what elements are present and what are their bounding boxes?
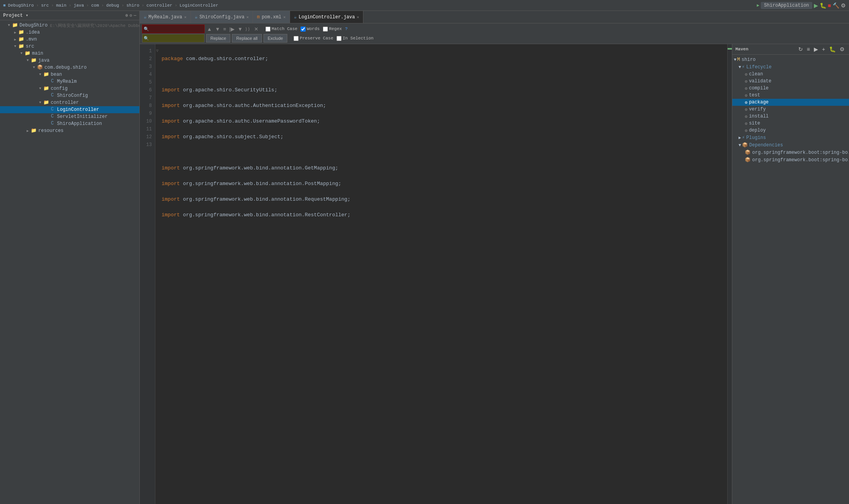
shiroapp-icon: C (49, 121, 55, 127)
settings-button[interactable]: ⚙ (841, 2, 846, 9)
preserve-case-option[interactable]: Preserve Case (294, 36, 333, 41)
clean-icon: ⚙ (745, 72, 748, 77)
tree-com[interactable]: ▼ 📦 com.debug.shiro (0, 64, 139, 71)
tree-idea[interactable]: ▶ 📁 .idea (0, 29, 139, 36)
maven-plugins[interactable]: ▶ ⚡ Plugins (732, 134, 849, 141)
maven-add-button[interactable]: + (821, 46, 826, 53)
tree-java[interactable]: ▼ 📁 java (0, 57, 139, 64)
tree-resources[interactable]: ▶ 📁 resources (0, 127, 139, 134)
maven-site[interactable]: ⚙ site (732, 120, 849, 127)
minus-icon[interactable]: — (133, 13, 136, 18)
top-bar-file: LoginController (180, 3, 218, 8)
maven-lifecycle[interactable]: ▼ ⚡ Lifecycle (732, 63, 849, 71)
maven-clean[interactable]: ⚙ clean (732, 71, 849, 78)
find-close-button[interactable]: ✕ (253, 25, 259, 33)
run-config-label[interactable]: ShiroApplication (761, 2, 812, 9)
test-icon: ⚙ (745, 93, 748, 98)
src-label: src (26, 44, 34, 49)
src-arrow: ▼ (12, 45, 18, 48)
maven-root[interactable]: ▼ M shiro (732, 56, 849, 63)
tree-shiroconfig[interactable]: ▶ C ShiroConfig (0, 92, 139, 99)
find-all-button[interactable]: ≡ (222, 25, 227, 33)
build-button[interactable]: 🔨 (833, 2, 839, 9)
idea-folder-icon: 📁 (18, 29, 24, 36)
tree-mvn[interactable]: ▶ 📁 .mvn (0, 36, 139, 43)
fold-marker-class[interactable]: ▽ (155, 47, 160, 55)
regex-checkbox[interactable] (323, 27, 328, 32)
maven-collapse-button[interactable]: ≡ (806, 46, 811, 53)
tab-shiroconfig[interactable]: ☕ ShiroConfig.java ✕ (191, 11, 253, 23)
in-selection-checkbox[interactable] (336, 36, 342, 41)
myrealm-tab-close[interactable]: ✕ (184, 15, 187, 20)
maven-dep-2[interactable]: 📦 org.springframework.boot:spring-bo... (732, 156, 849, 164)
login-tab-close[interactable]: ✕ (357, 15, 359, 20)
maven-settings-button[interactable]: ⚙ (838, 46, 846, 53)
tree-myrealm[interactable]: ▶ C MyRealm (0, 78, 139, 85)
tree-logincontroller[interactable]: ▶ C LoginController (0, 106, 139, 113)
maven-refresh-button[interactable]: ↻ (797, 46, 804, 53)
tree-shiroapplication[interactable]: ▶ C ShiroApplication (0, 120, 139, 127)
code-content[interactable]: package com.debug.shiro.controller; impo… (155, 44, 732, 504)
preserve-case-checkbox[interactable] (294, 36, 299, 41)
config-label: config (51, 86, 68, 91)
tree-config[interactable]: ▼ 📁 config (0, 85, 139, 92)
resources-arrow: ▶ (25, 129, 30, 133)
myrealm-tab-icon: ☕ (144, 14, 146, 20)
maven-test[interactable]: ⚙ test (732, 92, 849, 99)
replace-icon: 🔍 (144, 36, 149, 41)
maven-header-icons[interactable]: ↻ ≡ ▶ + 🐛 ⚙ (797, 46, 846, 53)
maven-install[interactable]: ⚙ install (732, 113, 849, 120)
maven-debug-button[interactable]: 🐛 (828, 46, 837, 53)
tab-logincontroller[interactable]: ☕ LoginController.java ✕ (290, 11, 363, 23)
pom-tab-close[interactable]: ✕ (283, 15, 286, 20)
site-label: site (749, 121, 760, 126)
find-filter-button[interactable]: ▼ (237, 25, 244, 33)
maven-verify[interactable]: ⚙ verify (732, 106, 849, 113)
top-bar-project: DebugShiro (8, 3, 34, 8)
shiroconfig-tab-close[interactable]: ✕ (246, 15, 249, 20)
replace-input[interactable] (142, 34, 205, 43)
regex-help[interactable]: ? (345, 27, 348, 31)
maven-dependencies[interactable]: ▼ 📦 Dependencies (732, 141, 849, 149)
run-button[interactable]: ▶ (814, 2, 818, 9)
tree-controller[interactable]: ▼ 📁 controller (0, 99, 139, 106)
tree-bean[interactable]: ▼ 📁 bean (0, 71, 139, 78)
maven-validate[interactable]: ⚙ validate (732, 78, 849, 85)
panel-header-icons[interactable]: ⊕ ⚙ — (125, 13, 136, 18)
tab-myrealm[interactable]: ☕ MyRealm.java ✕ (140, 11, 191, 23)
search-bar: 🔍 ▲ ▼ ≡ |▶ ▼ ⟩⟩ ✕ Match Case (140, 23, 849, 44)
gear-icon[interactable]: ⚙ (130, 13, 132, 18)
maven-compile[interactable]: ⚙ compile (732, 85, 849, 92)
maven-dep-1[interactable]: 📦 org.springframework.boot:spring-bo... (732, 149, 849, 156)
words-option[interactable]: Words (301, 27, 320, 32)
tab-pom[interactable]: m pom.xml ✕ (253, 11, 290, 23)
exclude-button[interactable]: Exclude (263, 34, 287, 43)
scope-icon[interactable]: ⊕ (125, 13, 128, 18)
match-case-checkbox[interactable] (265, 27, 271, 32)
replace-all-button[interactable]: Replace all (232, 34, 262, 43)
find-next-button[interactable]: ▼ (214, 25, 221, 33)
maven-package[interactable]: ⚙ package (732, 99, 849, 106)
replace-button[interactable]: Replace (206, 34, 230, 43)
debug-button[interactable]: 🐛 (820, 2, 826, 9)
fold-markers: ▽ (155, 47, 160, 55)
match-case-option[interactable]: Match Case (265, 27, 297, 32)
code-editor[interactable]: 1234 5678 910111213 package com.debug.sh… (140, 44, 732, 504)
login-label: LoginController (57, 107, 99, 112)
tree-servletinitializer[interactable]: ▶ C ServletInitializer (0, 113, 139, 120)
tree-main[interactable]: ▼ 📁 main (0, 50, 139, 57)
right-gutter (727, 44, 732, 504)
install-icon: ⚙ (745, 114, 748, 119)
find-input[interactable] (142, 25, 205, 33)
run-config-icon: ▶ (757, 3, 760, 8)
regex-option[interactable]: Regex (323, 27, 342, 32)
tree-root[interactable]: ▼ 📁 DebugShiro E:\网络安全\漏洞研究\2020\Apache … (0, 22, 139, 29)
in-selection-option[interactable]: In Selection (336, 36, 374, 41)
maven-run-button[interactable]: ▶ (813, 46, 819, 53)
maven-deploy[interactable]: ⚙ deploy (732, 127, 849, 134)
find-prev-button[interactable]: ▲ (206, 25, 213, 33)
tree-src[interactable]: ▼ 📁 src (0, 43, 139, 50)
find-toggle-button[interactable]: |▶ (228, 25, 235, 33)
stop-button[interactable]: ■ (828, 2, 831, 9)
words-checkbox[interactable] (301, 27, 306, 32)
